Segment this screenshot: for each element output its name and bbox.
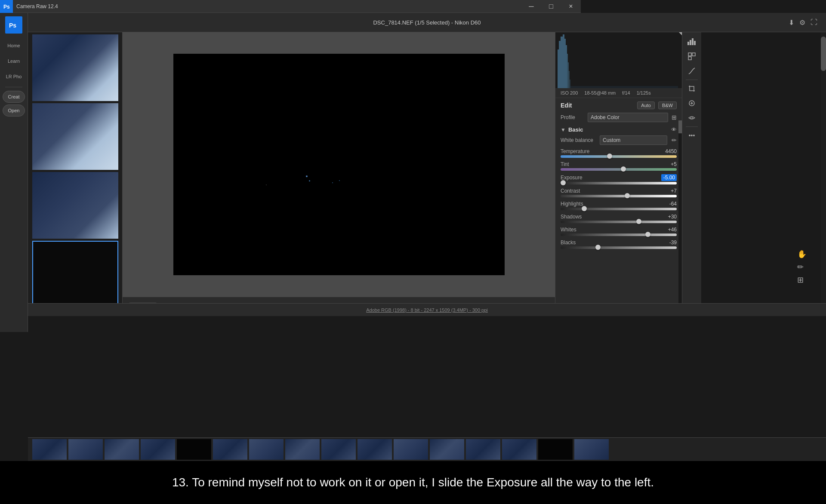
exposure-value[interactable]: -5.00	[661, 174, 677, 181]
temperature-track[interactable]	[561, 155, 677, 158]
filmstrip-bottom-thumb-4[interactable]	[141, 439, 175, 460]
shadows-value[interactable]: +30	[661, 214, 677, 220]
filmstrip-item-4-selected[interactable]	[32, 241, 118, 303]
main-scrollbar-thumb[interactable]	[821, 37, 826, 71]
contrast-thumb[interactable]	[625, 193, 630, 198]
status-text[interactable]: Adobe RGB (1998) - 8 bit - 2247 x 1509 (…	[366, 307, 488, 313]
whites-label: Whites	[561, 227, 576, 233]
whites-value[interactable]: +46	[661, 227, 677, 233]
exposure-thumb[interactable]	[561, 180, 566, 185]
transform-icon[interactable]	[685, 50, 699, 62]
filmstrip-bottom-thumb-11[interactable]	[394, 439, 428, 460]
highlights-thumb[interactable]	[582, 206, 587, 211]
basic-visibility-icon[interactable]: 👁	[671, 126, 677, 133]
basic-section-header[interactable]: ▼ Basic 👁	[561, 126, 677, 133]
shadows-slider-row: Shadows +30	[561, 214, 677, 223]
filmstrip-bottom-thumb-7[interactable]	[249, 439, 284, 460]
grid-tool-icon[interactable]: ⊞	[797, 275, 807, 285]
close-button[interactable]: ×	[561, 0, 581, 13]
main-header: DSC_7814.NEF (1/5 Selected) - Nikon D60 …	[28, 13, 826, 32]
shadows-track[interactable]	[561, 221, 677, 223]
profile-select[interactable]: Adobe Color Adobe Standard Adobe Landsca…	[588, 113, 668, 122]
filmstrip-bottom-thumb-15[interactable]	[538, 439, 573, 460]
filmstrip-bottom-thumb-1[interactable]	[32, 439, 67, 460]
bw-button[interactable]: B&W	[658, 101, 677, 109]
filmstrip-item-1[interactable]	[32, 34, 118, 101]
temperature-thumb[interactable]	[607, 154, 612, 159]
crop-tool-icon[interactable]	[685, 83, 699, 95]
filmstrip-item-2[interactable]	[32, 103, 118, 170]
hand-tool-icon[interactable]: ✋	[797, 249, 807, 259]
svg-rect-22	[692, 53, 695, 56]
svg-rect-14	[570, 80, 570, 88]
auto-button[interactable]: Auto	[637, 101, 655, 109]
filmstrip-bottom-thumb-8[interactable]	[285, 439, 320, 460]
panel-scrollbar-thumb[interactable]	[678, 120, 682, 133]
filmstrip-bottom-thumb-9[interactable]	[321, 439, 356, 460]
create-button[interactable]: Creat	[3, 91, 25, 103]
save-icon[interactable]: ⬇	[789, 18, 794, 27]
svg-rect-9	[564, 39, 566, 88]
whites-slider-row: Whites +46	[561, 227, 677, 236]
app-icon: Ps	[0, 0, 13, 13]
tint-slider-row: Tint +5	[561, 161, 677, 171]
main-scrollbar[interactable]	[821, 32, 826, 303]
blacks-thumb[interactable]	[595, 245, 601, 250]
contrast-value[interactable]: +7	[661, 188, 677, 194]
eyedropper-icon[interactable]: ✏	[672, 137, 677, 144]
highlights-value[interactable]: -64	[661, 201, 677, 207]
tint-track[interactable]	[561, 168, 677, 171]
edit-title: Edit	[561, 102, 572, 109]
fullscreen-icon[interactable]: ⛶	[811, 18, 817, 26]
eyedropper-tool-icon[interactable]: ✏	[797, 262, 807, 272]
shadows-thumb[interactable]	[636, 219, 641, 224]
profile-grid-icon[interactable]: ⊞	[672, 114, 677, 121]
filmstrip-bottom-thumb-3[interactable]	[105, 439, 139, 460]
tools-divider-2	[686, 126, 698, 127]
filmstrip-bottom-thumb-14[interactable]	[502, 439, 536, 460]
file-title: DSC_7814.NEF (1/5 Selected) - Nikon D60	[373, 19, 481, 26]
svg-rect-10	[566, 45, 567, 88]
filmstrip-bottom-thumb-2[interactable]	[68, 439, 103, 460]
histogram-tool-icon[interactable]	[685, 36, 699, 48]
sidebar-item-lr[interactable]: LR Pho	[1, 70, 26, 83]
minimize-button[interactable]: ─	[521, 0, 541, 13]
filmstrip-bottom-thumb-10[interactable]	[358, 439, 392, 460]
whites-thumb[interactable]	[645, 232, 650, 237]
filmstrip-bottom-thumb-16[interactable]	[574, 439, 609, 460]
highlights-track[interactable]	[561, 208, 677, 210]
blacks-track[interactable]	[561, 246, 677, 249]
contrast-track[interactable]	[561, 195, 677, 197]
filmstrip-item-3[interactable]	[32, 172, 118, 239]
exposure-track[interactable]	[561, 182, 677, 184]
settings-icon[interactable]: ⚙	[799, 18, 805, 27]
sidebar-item-home[interactable]: Home	[1, 39, 26, 52]
tint-value[interactable]: +5	[661, 161, 677, 167]
blacks-value[interactable]: -39	[661, 240, 677, 246]
histogram	[555, 32, 682, 88]
svg-rect-4	[555, 32, 682, 88]
healing-icon[interactable]	[685, 97, 699, 109]
contrast-label: Contrast	[561, 188, 580, 194]
svg-rect-6	[559, 41, 561, 88]
white-balance-select[interactable]: Custom As Shot Auto Daylight Cloudy Shad…	[600, 135, 667, 145]
filmstrip-bottom-thumb-5-dark[interactable]	[177, 439, 211, 460]
more-icon[interactable]: •••	[685, 129, 699, 141]
sidebar-item-learn[interactable]: Learn	[1, 54, 26, 68]
whites-track[interactable]	[561, 234, 677, 236]
panel-scrollbar[interactable]	[678, 120, 682, 312]
curves-icon[interactable]	[685, 65, 699, 77]
filmstrip-bottom-thumb-6[interactable]	[213, 439, 247, 460]
svg-text:Ps: Ps	[9, 22, 16, 29]
open-button[interactable]: Open	[3, 104, 25, 117]
maximize-button[interactable]: □	[541, 0, 561, 13]
status-bar: Adobe RGB (1998) - 8 bit - 2247 x 1509 (…	[28, 303, 826, 316]
tint-thumb[interactable]	[621, 166, 626, 172]
caption-text: 13. To remind myself not to work on it o…	[172, 476, 654, 489]
white-balance-label: White balance	[561, 137, 597, 143]
white-balance-row: White balance Custom As Shot Auto Daylig…	[561, 135, 677, 145]
filmstrip-bottom-thumb-13[interactable]	[466, 439, 500, 460]
red-eye-icon[interactable]	[685, 112, 699, 124]
temperature-value[interactable]: 4450	[661, 148, 677, 154]
filmstrip-bottom-thumb-12[interactable]	[430, 439, 464, 460]
